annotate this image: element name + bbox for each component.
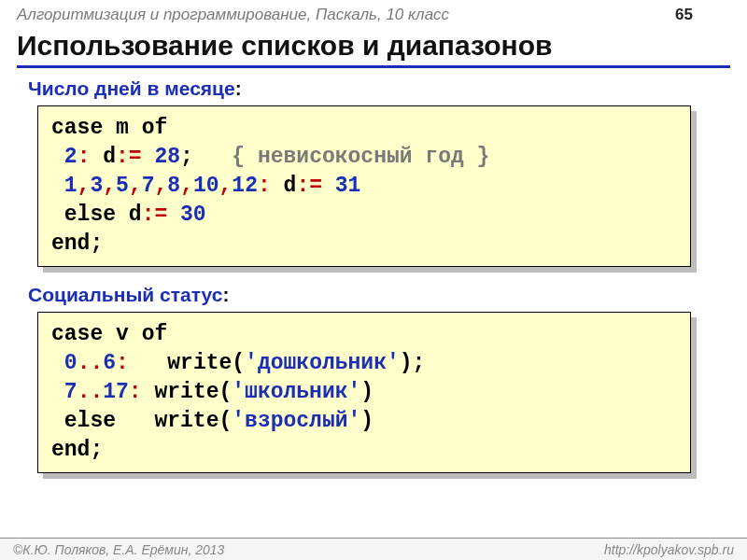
section-text: Число дней в месяце <box>28 77 235 99</box>
section-label-2: Социальный статус: <box>28 284 747 306</box>
code-block-2: case v of 0..6: write('дошкольник'); 7..… <box>37 312 691 473</box>
colon: : <box>235 77 242 99</box>
course-title: Алгоритмизация и программирование, Паска… <box>17 6 449 24</box>
colon: : <box>222 284 229 305</box>
slide-title: Использование списков и диапазонов <box>17 30 730 68</box>
footer-left: ©К.Ю. Поляков, Е.А. Ерёмин, 2013 <box>13 542 224 557</box>
section-label-1: Число дней в месяце: <box>28 77 747 100</box>
page-number: 65 <box>675 6 730 24</box>
code-content: case m of 2: d:= 28; { невисокосный год … <box>51 114 677 259</box>
section-text: Социальный статус <box>28 284 222 305</box>
slide-header: Алгоритмизация и программирование, Паска… <box>0 0 747 26</box>
code-block-1: case m of 2: d:= 28; { невисокосный год … <box>37 105 691 267</box>
code-content: case v of 0..6: write('дошкольник'); 7..… <box>51 320 677 465</box>
slide-footer: ©К.Ю. Поляков, Е.А. Ерёмин, 2013 http://… <box>0 538 747 560</box>
code-box: case v of 0..6: write('дошкольник'); 7..… <box>37 312 691 473</box>
code-box: case m of 2: d:= 28; { невисокосный год … <box>37 105 691 267</box>
footer-right: http://kpolyakov.spb.ru <box>604 542 734 557</box>
